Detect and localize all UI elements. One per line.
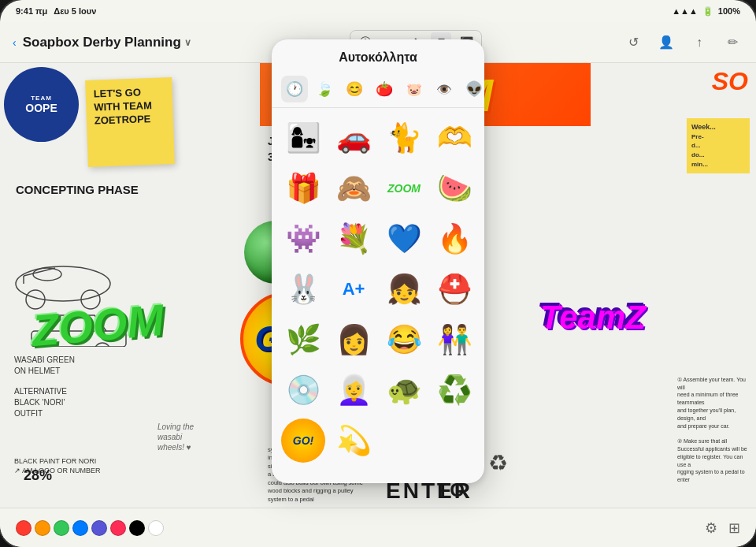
sticker-bunny[interactable]: 🐰 [281,267,325,311]
team-badge: TEAM OOPE [4,67,79,142]
color-black[interactable] [129,520,145,536]
svg-point-0 [16,266,110,301]
tab-face[interactable]: 🐷 [401,76,428,102]
battery-icon: 🔋 [702,6,713,17]
side-note: Loving the wasabi wheels! ♥ [158,422,194,452]
sticker-empty-2 [432,419,476,463]
back-chevron-icon: ‹ [13,36,17,49]
color-green[interactable] [54,520,69,536]
sticker-heart[interactable]: 💙 [382,217,426,261]
color-pink[interactable] [110,520,126,536]
sticker-panel-header: Αυτοκόλλητα [272,39,484,71]
sticker-aplus[interactable]: A+ [332,267,376,311]
sticker-helmet[interactable]: ⛑️ [432,267,476,311]
color-red[interactable] [16,520,32,536]
share-icon[interactable]: ↑ [688,32,710,54]
right-sticky-note[interactable]: Week... Pre-d...do...min... [687,118,750,173]
sticker-monkey[interactable]: 🙈 [332,166,376,210]
sticker-category-tabs: 🕐 🍃 😊 🍅 🐷 👁️ 👽 [272,71,484,108]
sticker-go[interactable]: GO! [281,419,325,463]
sticker-monster[interactable]: 👾 [281,217,325,261]
settings-icon[interactable]: ⚙ [705,519,717,537]
status-bar: 9:41 πμ Δευ 5 Ιουν ▲▲▲ 🔋 100% [0,0,756,22]
zoom-graffiti: ZOOM [29,294,165,356]
sticker-cat[interactable]: 🐈 [382,116,426,160]
sticker-gift[interactable]: 🎁 [281,166,325,210]
svg-point-5 [33,268,61,281]
sticker-disc[interactable]: 💿 [281,368,325,412]
bottom-right-tools: ⚙ ⊞ [705,519,740,537]
wifi-icon: ▲▲▲ [672,6,698,16]
undo-icon[interactable]: ↺ [622,32,644,54]
document-title[interactable]: Soapbox Derby Planning ∨ [23,35,191,50]
ipad-screen: 9:41 πμ Δευ 5 Ιουν ▲▲▲ 🔋 100% ‹ Soapbox … [0,0,756,547]
so-text: SO [712,67,748,96]
recycle-icon: ♻ [488,450,508,476]
sticky-note[interactable]: LET'S GO WITH TEAM ZOETROPE [85,77,175,167]
concepting-label: CONCEPTING PHASE [16,181,139,198]
collaborate-icon[interactable]: 👤 [655,32,677,54]
sticker-flowers[interactable]: 💐 [332,217,376,261]
sticker-grid: 👩‍👧 🚗 🐈 🫶 🎁 🙈 ZOOM 🍉 👾 💐 💙 🔥 🐰 A+ 👧 ⛑️ [272,108,484,471]
color-purple[interactable] [91,520,107,536]
sticker-car[interactable]: 🚗 [332,116,376,160]
sticker-couple[interactable]: 👫 [432,318,476,362]
status-day: Δευ 5 Ιουν [54,6,96,16]
title-chevron-icon: ∨ [184,37,191,48]
tab-alien[interactable]: 👽 [461,76,484,102]
sticker-turtle[interactable]: 🐢 [382,368,426,412]
sticker-fire-car[interactable]: 🔥 [432,217,476,261]
status-time: 9:41 πμ [16,6,47,16]
nav-right-actions: ↺ 👤 ↑ ✏ [622,32,743,54]
battery-level: 100% [718,6,740,16]
svg-line-4 [24,268,55,276]
right-notes: ① Assemble your team. You will need a mi… [677,376,748,484]
wasabi-annotation: WASABI GREENON HELMET [14,355,75,377]
sticker-recycle[interactable]: ♻️ [432,368,476,412]
sticker-empty-1 [382,419,426,463]
sticker-family[interactable]: 👩‍👧 [281,116,325,160]
tab-recent[interactable]: 🕐 [281,76,308,102]
tab-eyes[interactable]: 👁️ [431,76,458,102]
sticker-girl[interactable]: 👧 [382,267,426,311]
color-blue[interactable] [72,520,88,536]
color-swatches [16,520,164,536]
percent-indicator: 28% [24,467,52,484]
back-button[interactable]: ‹ [13,36,17,49]
sticker-panel-title: Αυτοκόλλητα [339,50,417,64]
sticker-laugh[interactable]: 😂 [382,318,426,362]
sticker-woman-grey[interactable]: 👩‍🦳 [332,368,376,412]
tab-emoji[interactable]: 😊 [341,76,368,102]
sticker-sparkle[interactable]: 💫 [332,419,376,463]
tab-food[interactable]: 🍅 [371,76,398,102]
sticker-watermelon[interactable]: 🍉 [432,166,476,210]
color-white[interactable] [148,520,164,536]
tab-leaf[interactable]: 🍃 [311,76,338,102]
bottom-toolbar: ⚙ ⊞ [0,508,756,547]
sticker-panel: Αυτοκόλλητα 🕐 🍃 😊 🍅 🐷 👁️ 👽 👩‍👧 🚗 🐈 🫶 [272,39,484,483]
teamz-sticker: TeamZ [520,284,662,347]
grid-icon[interactable]: ⊞ [728,519,740,537]
sticker-leaf[interactable]: 🌿 [281,318,325,362]
sticker-zoom[interactable]: ZOOM [382,166,426,210]
sticker-woman[interactable]: 👩 [332,318,376,362]
sticker-hands[interactable]: 🫶 [432,116,476,160]
ipad-frame: 9:41 πμ Δευ 5 Ιουν ▲▲▲ 🔋 100% ‹ Soapbox … [0,0,756,547]
color-orange[interactable] [35,520,50,536]
nori-annotation: ALTERNATIVEBLACK 'NORI'OUTFIT [14,386,67,419]
edit-icon[interactable]: ✏ [721,32,743,54]
